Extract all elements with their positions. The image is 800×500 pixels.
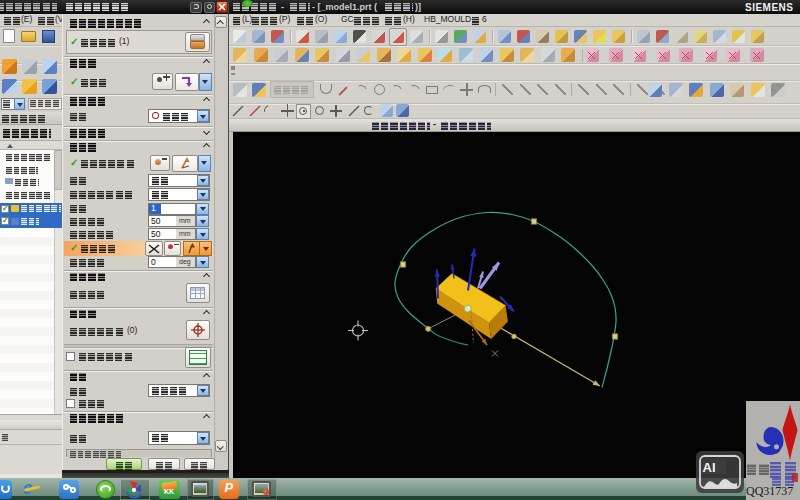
- svg-text:AI: AI: [703, 460, 716, 475]
